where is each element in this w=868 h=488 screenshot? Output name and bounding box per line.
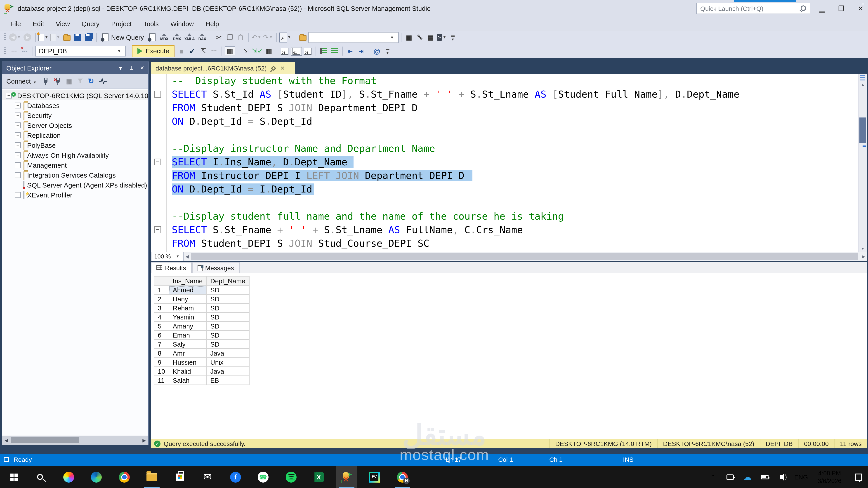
row-number-cell[interactable]: 5 xyxy=(154,322,169,330)
taskbar-search-icon[interactable] xyxy=(29,466,50,488)
include-actual-plan-button[interactable]: ⇲ xyxy=(241,46,251,57)
cell-dept-name[interactable]: Java xyxy=(206,349,249,358)
taskbar-ssms-icon[interactable]: ➤✕∟ xyxy=(336,466,357,488)
action-center-icon[interactable] xyxy=(852,466,865,488)
taskbar-store-icon[interactable] xyxy=(169,466,190,488)
tree-item-desktop-6rc1kmg-sql-server-14-0-100[interactable]: −DESKTOP-6RC1KMG (SQL Server 14.0.100 xyxy=(2,90,148,100)
expand-icon[interactable]: + xyxy=(15,102,21,108)
xmla-query-button[interactable]: XMLA xyxy=(184,32,195,43)
scroll-left-icon[interactable]: ◀ xyxy=(184,254,191,259)
cell-ins-name[interactable]: Hany xyxy=(169,294,206,303)
query-options-button[interactable]: ⚏ xyxy=(209,46,219,57)
tree-item-integration-services-catalogs[interactable]: +Integration Services Catalogs xyxy=(2,170,148,180)
tree-item-management[interactable]: +Management xyxy=(2,160,148,170)
save-all-button[interactable] xyxy=(84,32,94,43)
dax-query-button[interactable]: DAX xyxy=(196,32,208,43)
tab-messages[interactable]: Messages xyxy=(192,262,239,273)
parse-button[interactable]: ✓ xyxy=(187,46,197,57)
redo-button[interactable]: ↷▼ xyxy=(263,32,274,43)
cell-ins-name[interactable]: Hussien xyxy=(169,358,206,367)
toolbar-overflow-button[interactable]: ▬▼ xyxy=(448,32,458,43)
cell-ins-name[interactable]: Salah xyxy=(169,376,206,385)
connect-button[interactable]: ⎓ xyxy=(9,46,19,57)
cell-dept-name[interactable]: Java xyxy=(206,367,249,376)
scroll-right-icon[interactable]: ▶ xyxy=(140,437,148,443)
row-number-cell[interactable]: 9 xyxy=(154,358,169,367)
expand-icon[interactable]: + xyxy=(15,142,21,148)
fold-collapse-icon[interactable]: − xyxy=(154,91,161,98)
scrollbar-thumb[interactable] xyxy=(860,118,866,143)
navigate-back-button[interactable]: ◀▼ xyxy=(9,32,22,43)
activity-monitor-icon[interactable] xyxy=(99,78,107,84)
cell-ins-name[interactable]: Khalid xyxy=(169,367,206,376)
find-in-files-button[interactable] xyxy=(298,32,308,43)
taskbar-firefox-icon[interactable] xyxy=(58,466,79,488)
wrench-icon[interactable]: 🔧︎ xyxy=(415,32,425,43)
row-number-header[interactable] xyxy=(154,276,169,285)
splitter-handle[interactable] xyxy=(860,75,865,81)
taskbar-facebook-icon[interactable]: f xyxy=(225,466,246,488)
menu-edit[interactable]: Edit xyxy=(27,18,50,30)
row-number-cell[interactable]: 1 xyxy=(154,285,169,294)
results-to-grid-button[interactable]: 01 xyxy=(290,46,302,57)
cell-ins-name[interactable]: Amany xyxy=(169,322,206,330)
tree-item-xevent-profiler[interactable]: +XEvent Profiler xyxy=(2,190,148,200)
expand-icon[interactable]: + xyxy=(15,162,21,168)
tree-item-server-objects[interactable]: +Server Objects xyxy=(2,120,148,130)
dmx-query-button[interactable]: DMX xyxy=(171,32,183,43)
cell-dept-name[interactable]: SD xyxy=(206,303,249,313)
fold-collapse-icon[interactable]: − xyxy=(154,159,161,165)
tab-database-project[interactable]: database project...6RC1KMG\nasa (52) ✕ xyxy=(151,62,295,74)
copy-button[interactable]: ❐ xyxy=(225,32,235,43)
column-header-ins_name[interactable]: Ins_Name xyxy=(169,276,206,285)
quick-launch-input[interactable]: Quick Launch (Ctrl+Q) xyxy=(696,3,810,14)
display-estimated-plan-button[interactable]: ⇱ xyxy=(198,46,208,57)
battery-icon[interactable] xyxy=(758,466,771,488)
command-window-button[interactable]: >▼ xyxy=(436,32,447,43)
expand-icon[interactable]: + xyxy=(15,192,21,198)
taskbar-chrome-h-icon[interactable] xyxy=(392,466,413,488)
row-number-cell[interactable]: 7 xyxy=(154,339,169,349)
close-icon[interactable]: ✕ xyxy=(140,65,144,71)
toolbar-grip[interactable] xyxy=(4,33,6,41)
restore-button[interactable]: ❐ xyxy=(838,4,844,12)
scroll-up-icon[interactable]: ▲ xyxy=(859,81,867,88)
menu-view[interactable]: View xyxy=(50,18,76,30)
menu-project[interactable]: Project xyxy=(105,18,137,30)
scroll-right-icon[interactable]: ▶ xyxy=(860,254,867,259)
cell-ins-name[interactable]: Reham xyxy=(169,303,206,313)
database-engine-query-button[interactable] xyxy=(148,32,158,43)
taskbar-clock[interactable]: 4:08 PM 3/6/2026 xyxy=(811,466,848,488)
refresh-icon[interactable]: ↻ xyxy=(88,77,94,86)
cell-dept-name[interactable]: EB xyxy=(206,376,249,385)
menu-tools[interactable]: Tools xyxy=(137,18,164,30)
tree-item-security[interactable]: +Security xyxy=(2,110,148,120)
expand-icon[interactable]: + xyxy=(15,122,21,128)
scrollbar-thumb[interactable] xyxy=(11,437,79,443)
fold-collapse-icon[interactable]: − xyxy=(154,226,161,233)
results-to-file-button[interactable]: 01 xyxy=(303,46,313,57)
row-number-cell[interactable]: 8 xyxy=(154,349,169,358)
collapse-icon[interactable]: − xyxy=(6,92,12,98)
results-to-text-button[interactable]: 01 xyxy=(280,46,289,57)
cell-ins-name[interactable]: Eman xyxy=(169,330,206,339)
toolbar-grip[interactable] xyxy=(4,47,6,55)
menu-file[interactable]: File xyxy=(4,18,27,30)
new-file-button[interactable]: ▼ xyxy=(38,32,49,43)
include-live-stats-button[interactable]: ⇲✓ xyxy=(252,46,263,57)
find-button[interactable]: ⌕▼ xyxy=(280,32,292,43)
taskbar-pycharm-icon[interactable]: PC xyxy=(364,466,385,488)
editor-vscrollbar[interactable]: ▲ ▼ xyxy=(858,74,867,252)
window-position-icon[interactable]: ▼ xyxy=(118,65,123,71)
open-file-button[interactable] xyxy=(62,32,72,43)
scroll-down-icon[interactable]: ▼ xyxy=(859,246,867,252)
save-button[interactable] xyxy=(73,32,83,43)
language-indicator[interactable]: ENG xyxy=(792,466,810,488)
taskbar-excel-icon[interactable]: X xyxy=(308,466,329,488)
properties-window-button[interactable]: ▣ xyxy=(404,32,414,43)
camera-icon[interactable] xyxy=(723,466,737,488)
expand-icon[interactable]: + xyxy=(15,132,21,138)
toolbox-button[interactable]: ▤ xyxy=(426,32,436,43)
row-number-cell[interactable]: 3 xyxy=(154,303,169,313)
expand-icon[interactable]: + xyxy=(15,152,21,158)
